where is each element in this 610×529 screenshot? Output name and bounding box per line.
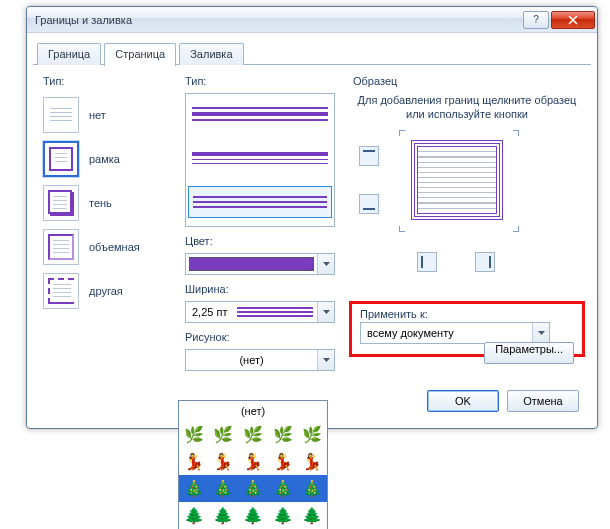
width-label: Ширина: [185,283,335,295]
setting-3d[interactable]: объемная [43,225,163,269]
setting-custom-label: другая [89,285,123,297]
preview-label: Образец [353,75,581,87]
setting-box-label: рамка [89,153,120,165]
setting-none[interactable]: нет [43,93,163,137]
width-dropdown[interactable]: 2,25 пт [185,301,335,323]
art-option[interactable]: 🌿🌿🌿🌿🌿 [179,421,327,448]
preview-hint: Для добавления границ щелкните образец и… [353,93,581,122]
art-dropdown-popup: (нет) 🌿🌿🌿🌿🌿 💃💃💃💃💃 🎄🎄🎄🎄🎄 🌲🌲🌲🌲🌲 🌴🌴🌴🌴🌴 [178,400,328,529]
style-label: Тип: [185,75,335,87]
art-option[interactable]: 💃💃💃💃💃 [179,448,327,475]
art-option-selected[interactable]: 🎄🎄🎄🎄🎄 [179,475,327,502]
apply-to-value: всему документу [361,327,532,339]
dialog-title: Границы и заливка [35,14,521,26]
dropdown-arrow-icon [317,254,334,274]
close-button[interactable] [551,11,595,29]
border-left-toggle[interactable] [417,252,437,272]
border-right-toggle[interactable] [475,252,495,272]
borders-and-shading-dialog: Границы и заливка ? Граница Страница Зал… [26,6,598,429]
art-option-none[interactable]: (нет) [179,401,327,421]
apply-to-label: Применить к: [360,308,574,320]
setting-3d-label: объемная [89,241,140,253]
setting-label: Тип: [43,75,163,87]
style-option-selected[interactable] [188,186,332,218]
art-option[interactable]: 🌲🌲🌲🌲🌲 [179,502,327,529]
dropdown-arrow-icon [532,323,549,343]
tab-border[interactable]: Граница [37,43,101,65]
help-button[interactable]: ? [523,11,549,29]
color-dropdown[interactable] [185,253,335,275]
setting-custom[interactable]: другая [43,269,163,313]
tabstrip: Граница Страница Заливка [33,39,591,65]
art-label: Рисунок: [185,331,335,343]
art-value: (нет) [186,354,317,366]
art-dropdown[interactable]: (нет) [185,349,335,371]
preview-area [353,132,581,238]
setting-box[interactable]: рамка [43,137,163,181]
tab-shading[interactable]: Заливка [179,43,243,65]
tab-page[interactable]: Страница [104,43,176,66]
setting-box-icon [43,141,79,177]
color-swatch [189,257,314,271]
titlebar[interactable]: Границы и заливка ? [27,7,597,33]
dropdown-arrow-icon [317,302,334,322]
border-bottom-toggle[interactable] [359,194,379,214]
width-preview-icon [237,307,313,317]
style-list[interactable] [185,93,335,227]
ok-button[interactable]: OK [427,390,499,412]
setting-none-icon [43,97,79,133]
setting-shadow-icon [43,185,79,221]
options-button[interactable]: Параметры... [484,342,574,364]
preview-page[interactable] [407,136,507,224]
close-icon [568,15,578,25]
setting-3d-icon [43,229,79,265]
cancel-button[interactable]: Отмена [507,390,579,412]
style-option[interactable] [188,98,332,130]
color-label: Цвет: [185,235,335,247]
border-top-toggle[interactable] [359,146,379,166]
apply-to-group: Применить к: всему документу Параметры..… [349,301,585,357]
apply-to-dropdown[interactable]: всему документу [360,322,550,344]
setting-shadow[interactable]: тень [43,181,163,225]
setting-custom-icon [43,273,79,309]
style-option[interactable] [188,142,332,174]
dropdown-arrow-icon [317,350,334,370]
width-value: 2,25 пт [186,306,233,318]
setting-shadow-label: тень [89,197,112,209]
setting-none-label: нет [89,109,106,121]
